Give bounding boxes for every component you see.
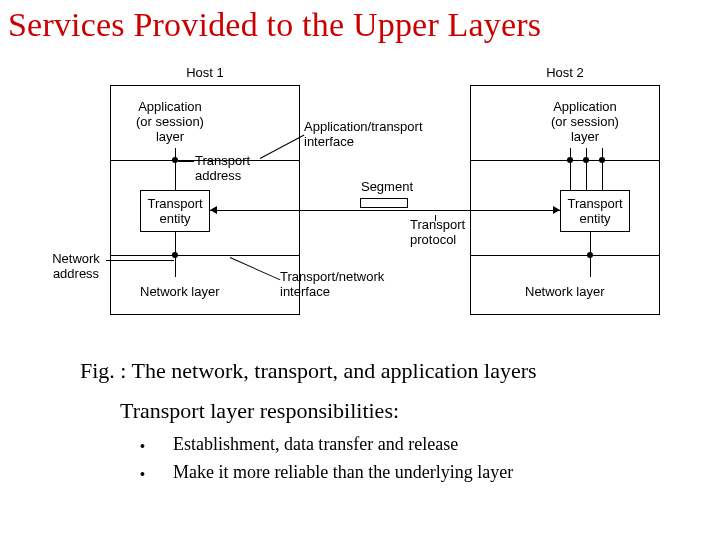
host2-divider-bottom: [470, 255, 660, 256]
host1-transport-addr-dot: [172, 157, 178, 163]
transport-protocol-label: Transport protocol: [410, 218, 480, 248]
host2-netlayer-label: Network layer: [525, 285, 625, 300]
host2-dot2: [583, 157, 589, 163]
host1-app-label: Application (or session) layer: [125, 100, 215, 145]
host2-app-line2: [586, 148, 587, 190]
bullet-row-2: • Make it more reliable than the underly…: [140, 462, 513, 486]
host2-app-label: Application (or session) layer: [540, 100, 630, 145]
host1-network-addr-dot: [172, 252, 178, 258]
bullet-list: • Establishment, data transfer and relea…: [140, 434, 513, 490]
slide-title: Services Provided to the Upper Layers: [0, 0, 720, 44]
app-transport-if-label: Application/transport interface: [304, 120, 444, 150]
host2-app-line3: [602, 148, 603, 190]
protocol-arrow-left: [210, 206, 217, 214]
host2-dot3: [599, 157, 605, 163]
host2-netdot: [587, 252, 593, 258]
protocol-arrow-right: [553, 206, 560, 214]
segment-label: Segment: [352, 180, 422, 195]
network-diagram: Host 1 Application (or session) layer Tr…: [70, 60, 690, 340]
host2-app-line1: [570, 148, 571, 190]
bullet-row-1: • Establishment, data transfer and relea…: [140, 434, 513, 458]
host2-entity-label: Transport entity: [563, 197, 627, 227]
responsibilities-heading: Transport layer responsibilities:: [120, 398, 399, 424]
host1-netlayer-label: Network layer: [140, 285, 240, 300]
bullet-dot: •: [140, 462, 145, 486]
transport-net-if-label: Transport/network interface: [280, 270, 410, 300]
protocol-line: [210, 210, 560, 211]
network-addr-leader: [106, 260, 174, 261]
segment-box: [360, 198, 408, 208]
host1-divider-bottom: [110, 255, 300, 256]
figure-caption: Fig. : The network, transport, and appli…: [80, 358, 537, 384]
network-address-label: Network address: [46, 252, 106, 282]
host1-label: Host 1: [170, 66, 240, 81]
transport-addr-leader: [178, 161, 194, 162]
host2-label: Host 2: [530, 66, 600, 81]
protocol-leader: [435, 215, 436, 221]
host2-dot1: [567, 157, 573, 163]
host2-divider-top: [470, 160, 660, 161]
bullet-text-1: Establishment, data transfer and release: [173, 434, 458, 458]
transport-address-label: Transport address: [195, 154, 260, 184]
bullet-dot: •: [140, 434, 145, 458]
host1-app-entity-line: [175, 148, 176, 190]
bullet-text-2: Make it more reliable than the underlyin…: [173, 462, 513, 486]
host1-entity-label: Transport entity: [143, 197, 207, 227]
